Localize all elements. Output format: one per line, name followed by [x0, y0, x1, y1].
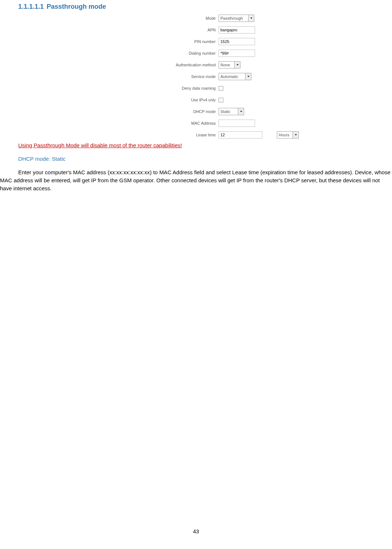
label-dhcp: DHCP mode — [157, 109, 219, 114]
row-mac: MAC Address — [157, 119, 392, 128]
label-service: Service mode — [157, 74, 219, 79]
row-apn: APN — [157, 26, 392, 34]
label-pin: PIN number — [157, 39, 219, 44]
mac-input[interactable] — [219, 120, 255, 127]
dhcp-select[interactable]: Static — [219, 108, 244, 115]
lease-input[interactable] — [219, 131, 262, 139]
service-value: Automatic — [220, 74, 240, 79]
roaming-checkbox[interactable] — [219, 86, 223, 91]
lease-unit-value: Hours — [279, 133, 291, 137]
row-roaming: Deny data roaming — [157, 84, 392, 93]
row-ipv4: Use IPv4 only — [157, 96, 392, 104]
section-number: 1.1.1.1.1 — [18, 3, 44, 10]
row-lease: Lease time Hours — [157, 131, 392, 139]
row-pin: PIN number — [157, 37, 392, 46]
row-mode: Mode Passthrough — [157, 14, 392, 23]
chevron-down-icon[interactable] — [238, 108, 244, 115]
section-title: Passthrough mode — [47, 3, 106, 10]
dialing-input[interactable] — [219, 50, 255, 57]
label-apn: APN — [157, 28, 219, 32]
dhcp-subheading: DHCP mode: Static — [18, 156, 392, 162]
service-select[interactable]: Automatic — [219, 73, 251, 80]
chevron-down-icon[interactable] — [293, 132, 298, 138]
label-mode: Mode — [157, 16, 219, 20]
chevron-down-icon[interactable] — [248, 15, 254, 22]
row-auth: Authentication method None — [157, 61, 392, 69]
row-service: Service mode Automatic — [157, 72, 392, 81]
apn-input[interactable] — [219, 26, 255, 34]
label-auth: Authentication method — [157, 63, 219, 67]
mode-value: Passthrough — [220, 16, 245, 20]
body-paragraph: Enter your computer's MAC address (xx:xx… — [0, 168, 392, 192]
body-content: Enter your computer's MAC address (xx:xx… — [0, 169, 391, 191]
label-roaming: Deny data roaming — [157, 86, 219, 90]
row-dialing: Dialing number — [157, 49, 392, 58]
pin-input[interactable] — [219, 38, 255, 45]
label-dialing: Dialing number — [157, 51, 219, 55]
page-number: 43 — [0, 528, 392, 534]
label-ipv4: Use IPv4 only — [157, 98, 219, 102]
label-lease: Lease time — [157, 133, 219, 137]
settings-form: Mode Passthrough APN PIN number Dialing … — [157, 14, 392, 139]
warning-text: Using Passthrough Mode will disable most… — [18, 142, 392, 148]
auth-value: None — [220, 63, 232, 67]
mode-select[interactable]: Passthrough — [219, 15, 254, 22]
label-mac: MAC Address — [157, 121, 219, 125]
chevron-down-icon[interactable] — [245, 73, 251, 80]
row-dhcp: DHCP mode Static — [157, 107, 392, 116]
auth-select[interactable]: None — [219, 61, 240, 69]
section-heading: 1.1.1.1.1Passthrough mode — [0, 0, 392, 12]
ipv4-checkbox[interactable] — [219, 98, 223, 102]
lease-unit-select[interactable]: Hours — [277, 131, 299, 139]
dhcp-value: Static — [220, 109, 233, 114]
chevron-down-icon[interactable] — [234, 62, 240, 68]
